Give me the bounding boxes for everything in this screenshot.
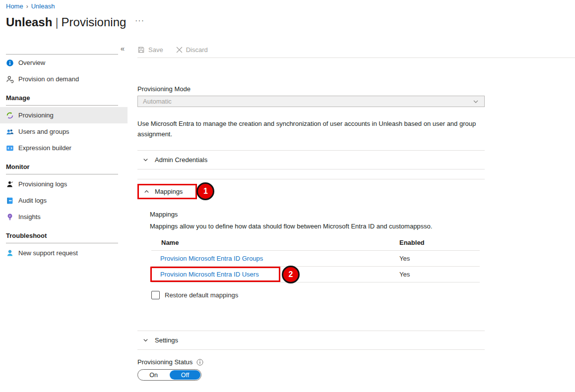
command-bar: Save Discard: [137, 42, 575, 58]
sidebar-item-overview[interactable]: Overview: [0, 55, 128, 71]
sidebar-group-divider: [6, 105, 118, 106]
mappings-description: Mappings allow you to define how data sh…: [150, 223, 485, 230]
page-title: Unleash|Provisioning: [6, 15, 126, 29]
person-log-icon: [6, 180, 14, 188]
toggle-off-option[interactable]: Off: [170, 370, 200, 380]
settings-header[interactable]: Settings: [137, 331, 485, 349]
sidebar-item-insights[interactable]: Insights: [0, 209, 128, 225]
save-button[interactable]: Save: [137, 46, 163, 54]
sidebar-item-label: Insights: [18, 213, 41, 221]
sidebar-item-label: Overview: [18, 59, 45, 66]
lightbulb-icon: [6, 213, 14, 221]
sidebar-item-label: Users and groups: [18, 128, 69, 135]
discard-button[interactable]: Discard: [176, 46, 208, 54]
breadcrumb-app-link[interactable]: Unleash: [31, 2, 55, 10]
mappings-heading: Mappings: [150, 211, 485, 218]
provisioning-sync-icon: [6, 112, 14, 119]
mappings-section-label: Mappings: [155, 188, 183, 195]
sidebar-item-audit-logs[interactable]: Audit logs: [0, 192, 128, 209]
provisioning-page: Home›Unleash Unleash|Provisioning ··· « …: [0, 0, 575, 392]
provisioning-description: Use Microsoft Entra to manage the creati…: [137, 118, 482, 139]
person-sync-icon: [6, 75, 14, 83]
restore-default-mappings-row: Restore default mappings: [151, 291, 485, 313]
annotation-step-1-badge: 1: [196, 182, 214, 200]
breadcrumb: Home›Unleash: [6, 2, 55, 10]
discard-label: Discard: [186, 46, 208, 54]
provisioning-mode-dropdown[interactable]: Automatic: [137, 96, 485, 107]
sidebar: « Overview Provision on demand Manage Pr…: [0, 42, 128, 261]
sidebar-group-divider: [6, 174, 118, 174]
toggle-on-option[interactable]: On: [138, 370, 169, 380]
settings-label: Settings: [155, 336, 178, 344]
annotation-step-2-badge: 2: [282, 266, 300, 283]
breadcrumb-separator: ›: [26, 3, 28, 10]
chevron-down-icon: [142, 157, 149, 163]
settings-section: Settings: [137, 331, 485, 350]
admin-credentials-header[interactable]: Admin Credentials: [137, 151, 485, 169]
sidebar-collapse-icon[interactable]: «: [121, 44, 125, 53]
sidebar-item-label: New support request: [18, 249, 78, 257]
sidebar-item-label: Provision on demand: [18, 75, 79, 83]
sidebar-item-provision-on-demand[interactable]: Provision on demand: [0, 71, 128, 87]
sidebar-item-new-support-request[interactable]: New support request: [0, 245, 128, 261]
sidebar-item-expression-builder[interactable]: Expression builder: [0, 140, 128, 156]
sidebar-top-divider: [6, 54, 118, 55]
page-title-app: Unleash: [6, 15, 52, 29]
sidebar-group-monitor: Monitor: [0, 156, 128, 174]
info-tooltip-icon[interactable]: [196, 359, 203, 366]
users-icon: [6, 128, 14, 136]
breadcrumb-home-link[interactable]: Home: [6, 2, 23, 10]
provisioning-status-row: Provisioning Status: [137, 358, 575, 366]
discard-x-icon: [176, 47, 183, 53]
provision-groups-enabled: Yes: [399, 255, 410, 262]
provision-users-link[interactable]: Provision Microsoft Entra ID Users: [160, 271, 259, 278]
provisioning-mode-value: Automatic: [143, 98, 172, 105]
provisioning-status-toggle[interactable]: On Off: [137, 369, 201, 381]
code-icon: [6, 144, 14, 152]
chevron-up-icon: [143, 188, 150, 195]
sidebar-item-label: Provisioning logs: [18, 180, 67, 188]
provision-users-enabled: Yes: [399, 271, 410, 278]
admin-credentials-label: Admin Credentials: [155, 156, 207, 164]
mappings-table-header: Name Enabled: [151, 235, 480, 251]
more-options-icon[interactable]: ···: [135, 16, 144, 25]
column-header-name: Name: [151, 239, 399, 246]
info-icon: [6, 59, 14, 67]
mappings-section: Mappings 1 Mappings Mappings allow you t…: [137, 179, 485, 313]
chevron-down-icon: [142, 337, 149, 343]
table-row-provision-users: Provision Microsoft Entra ID Users Yes 2: [151, 267, 480, 282]
sidebar-item-label: Expression builder: [18, 144, 71, 152]
provision-groups-link[interactable]: Provision Microsoft Entra ID Groups: [160, 255, 263, 262]
save-icon: [137, 46, 145, 54]
main-content: Save Discard Provisioning Mode Automatic…: [137, 42, 575, 381]
table-row-provision-groups: Provision Microsoft Entra ID Groups Yes: [151, 251, 480, 267]
provisioning-mode-label: Provisioning Mode: [137, 85, 575, 93]
provisioning-status-label: Provisioning Status: [137, 358, 192, 366]
sidebar-item-label: Provisioning: [18, 112, 54, 119]
save-label: Save: [148, 46, 163, 54]
mappings-header-row: Mappings 1: [137, 179, 485, 202]
sidebar-group-divider: [6, 243, 118, 243]
column-header-enabled: Enabled: [399, 239, 425, 246]
sidebar-top: «: [0, 42, 128, 55]
sidebar-group-manage: Manage: [0, 87, 128, 105]
sidebar-item-label: Audit logs: [18, 197, 47, 204]
sidebar-item-provisioning-logs[interactable]: Provisioning logs: [0, 176, 128, 192]
sidebar-item-users-and-groups[interactable]: Users and groups: [0, 123, 128, 140]
sidebar-group-troubleshoot: Troubleshoot: [0, 225, 128, 243]
mappings-header-highlight-box[interactable]: Mappings: [137, 184, 197, 199]
page-title-blade: Provisioning: [62, 15, 127, 29]
restore-default-mappings-label[interactable]: Restore default mappings: [165, 291, 238, 299]
admin-credentials-section: Admin Credentials: [137, 150, 485, 169]
sidebar-item-provisioning[interactable]: Provisioning: [0, 107, 128, 123]
page-title-divider: |: [55, 15, 58, 29]
chevron-down-icon: [472, 98, 479, 105]
support-person-icon: [6, 249, 14, 257]
mappings-table: Name Enabled Provision Microsoft Entra I…: [151, 235, 480, 282]
restore-default-mappings-checkbox[interactable]: [151, 291, 160, 299]
mappings-body: Mappings Mappings allow you to define ho…: [137, 211, 485, 313]
book-icon: [6, 197, 14, 205]
